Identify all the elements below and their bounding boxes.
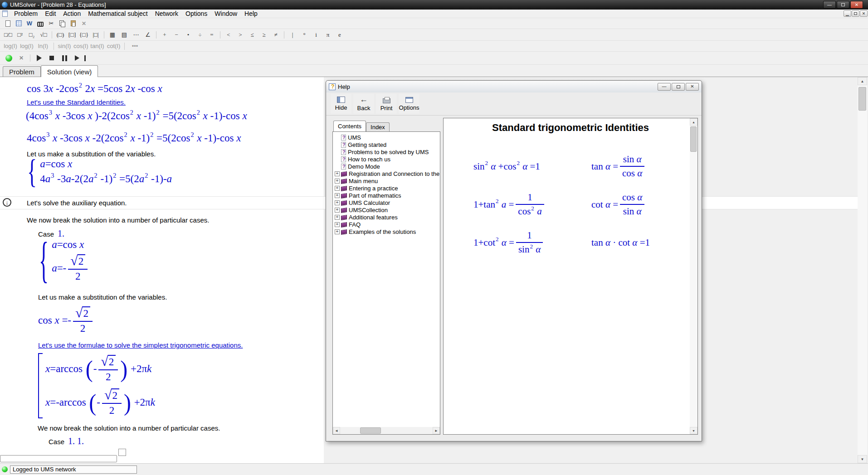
- scroll-down-button[interactable]: ▼: [690, 427, 697, 434]
- mdi-close-button[interactable]: ✕: [860, 10, 868, 17]
- cancel-run-button[interactable]: [15, 53, 27, 63]
- tree-item[interactable]: + UMSCollection: [335, 206, 440, 213]
- delete-button[interactable]: [79, 19, 89, 28]
- identities-link[interactable]: Let's use the Standard Identities.: [27, 98, 126, 106]
- sin-button[interactable]: sin(I): [57, 42, 72, 51]
- copy-button[interactable]: [57, 19, 67, 28]
- subscript-template-button[interactable]: □₂: [26, 30, 37, 39]
- i-button[interactable]: i: [311, 30, 322, 39]
- menu-action[interactable]: Action: [59, 10, 84, 18]
- print-button[interactable]: Print: [376, 94, 397, 114]
- scroll-thumb[interactable]: [858, 87, 866, 111]
- paren-template-button[interactable]: (□): [55, 30, 66, 39]
- tree-hscrollbar[interactable]: ◄ ►: [333, 427, 440, 434]
- degree-button[interactable]: °: [299, 30, 310, 39]
- help-titlebar[interactable]: Help — ✕: [326, 81, 702, 92]
- divide-button[interactable]: ÷: [195, 30, 205, 39]
- tree-item[interactable]: + Examples of the solutions: [335, 228, 440, 235]
- back-button[interactable]: Back: [353, 94, 374, 114]
- document-icon[interactable]: [2, 10, 8, 17]
- power-template-button[interactable]: □²: [15, 30, 25, 39]
- run-button[interactable]: [3, 53, 15, 63]
- tree-item[interactable]: + UMS Calculator: [335, 199, 440, 206]
- mdi-restore-button[interactable]: [852, 10, 859, 17]
- abs-template-button[interactable]: |□|: [90, 30, 101, 39]
- leq-button[interactable]: ≤: [247, 30, 258, 39]
- tree-item[interactable]: + Additional features: [335, 213, 440, 221]
- expand-plus-icon[interactable]: +: [335, 171, 340, 176]
- solution-hscrollbar[interactable]: [0, 455, 117, 462]
- tan-button[interactable]: tan(I): [90, 42, 105, 51]
- help-content-vscrollbar[interactable]: ▲ ▼: [690, 118, 697, 434]
- pause-button[interactable]: [59, 53, 70, 63]
- geq-button[interactable]: ≥: [258, 30, 269, 39]
- expand-plus-icon[interactable]: +: [335, 229, 340, 234]
- paste-button[interactable]: [68, 19, 78, 28]
- help-close-button[interactable]: ✕: [686, 83, 699, 91]
- titlebar[interactable]: UMSolver - [Problem 28 - Equations] — ✕: [0, 0, 868, 10]
- menu-mathematical-subject[interactable]: Mathematical subject: [84, 10, 151, 18]
- angle-button[interactable]: ∠: [142, 30, 153, 39]
- tree-item[interactable]: + Registration and Connection to the UM: [335, 170, 440, 177]
- greater-button[interactable]: >: [235, 30, 246, 39]
- tree-item[interactable]: + Getting started: [335, 141, 440, 148]
- neq-button[interactable]: ≠: [270, 30, 281, 39]
- menu-edit[interactable]: Edit: [41, 10, 59, 18]
- menu-network[interactable]: Network: [151, 10, 182, 18]
- tree-item[interactable]: + Part of mathematics: [335, 192, 440, 199]
- simplest-equations-link[interactable]: Let's use the formulae to solve the simp…: [38, 341, 243, 349]
- expand-plus-icon[interactable]: +: [335, 215, 340, 220]
- matrix-template-button[interactable]: ▦: [107, 30, 118, 39]
- expand-plus-icon[interactable]: +: [335, 208, 340, 213]
- scroll-up-button[interactable]: ▲: [690, 118, 697, 126]
- pi-button[interactable]: π: [322, 30, 333, 39]
- step-button[interactable]: [71, 53, 83, 63]
- stop-button[interactable]: [46, 53, 58, 63]
- cot-button[interactable]: cot(I): [106, 42, 122, 51]
- bar-button[interactable]: |: [287, 30, 298, 39]
- menu-help[interactable]: Help: [241, 10, 261, 18]
- plus-button[interactable]: +: [159, 30, 170, 39]
- tree-item[interactable]: + FAQ: [335, 221, 440, 228]
- expand-plus-icon[interactable]: +: [335, 179, 340, 184]
- more-functions-button[interactable]: •••: [127, 42, 143, 51]
- search-button[interactable]: [35, 19, 45, 28]
- menu-options[interactable]: Options: [182, 10, 211, 18]
- new-document-button[interactable]: [3, 19, 13, 28]
- ellipsis-button[interactable]: ⋯: [131, 30, 141, 39]
- cut-button[interactable]: [46, 19, 56, 28]
- sqrt-template-button[interactable]: √□: [38, 30, 49, 39]
- less-button[interactable]: <: [223, 30, 234, 39]
- expand-plus-icon[interactable]: +: [335, 200, 340, 205]
- mdi-minimize-button[interactable]: ▁: [844, 10, 851, 17]
- worksheet-button[interactable]: [14, 19, 24, 28]
- tree-item[interactable]: + Demo Mode: [335, 163, 440, 170]
- dot-button[interactable]: •: [183, 30, 194, 39]
- equals-button[interactable]: =: [206, 30, 217, 39]
- help-maximize-button[interactable]: [672, 83, 685, 91]
- fraction-template-button[interactable]: □∕□: [3, 30, 14, 39]
- expand-plus-icon[interactable]: +: [335, 186, 340, 191]
- scroll-up-button[interactable]: ▲: [858, 77, 867, 85]
- help-minimize-button[interactable]: —: [658, 83, 671, 91]
- scroll-down-button[interactable]: ▼: [858, 455, 867, 463]
- tab-solution-view[interactable]: Solution (view): [41, 65, 98, 77]
- scroll-thumb[interactable]: [360, 427, 381, 434]
- play-button[interactable]: [33, 53, 45, 63]
- word-export-button[interactable]: [24, 19, 34, 28]
- options-button[interactable]: Options: [399, 94, 419, 114]
- scroll-left-button[interactable]: ◄: [333, 427, 340, 434]
- expand-plus-icon[interactable]: +: [335, 193, 340, 198]
- minus-button[interactable]: −: [171, 30, 182, 39]
- tree-item[interactable]: + UMS: [335, 134, 440, 141]
- tab-problem[interactable]: Problem: [3, 66, 41, 77]
- brace-template-button[interactable]: {□}: [78, 30, 89, 39]
- tree-item[interactable]: + Problems to be solved by UMS: [335, 148, 440, 155]
- log2-button[interactable]: log(I): [19, 42, 34, 51]
- e-button[interactable]: e: [334, 30, 345, 39]
- minimize-button[interactable]: —: [823, 1, 836, 9]
- expand-plus-icon[interactable]: +: [335, 222, 340, 227]
- tab-index[interactable]: Index: [366, 122, 390, 131]
- cos-button[interactable]: cos(I): [73, 42, 89, 51]
- scroll-thumb[interactable]: [690, 126, 697, 152]
